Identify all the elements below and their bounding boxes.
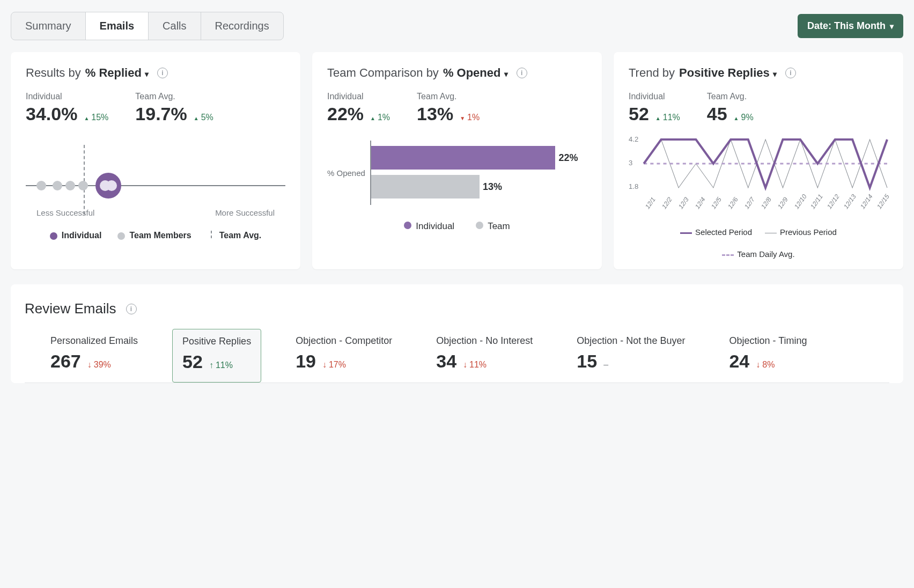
card2-team-value: 13% bbox=[417, 104, 453, 124]
card1-legend: Individual Team Members Team Avg. bbox=[26, 231, 285, 240]
stat-tab-value: 52 bbox=[182, 351, 203, 372]
stat-tab-2[interactable]: Objection - Competitor1917% bbox=[286, 329, 402, 383]
stat-tab-value: 15 bbox=[577, 351, 597, 372]
card2-individual-delta: 1% bbox=[370, 113, 390, 122]
chevron-down-icon: ▾ bbox=[773, 70, 777, 78]
card1-metric-dropdown[interactable]: % Replied ▾ bbox=[85, 66, 149, 80]
chevron-down-icon: ▾ bbox=[890, 22, 894, 31]
card3-metric-dropdown[interactable]: Positive Replies ▾ bbox=[679, 66, 777, 80]
card1-team-delta: 5% bbox=[194, 113, 213, 122]
stat-tab-label: Objection - No Interest bbox=[436, 335, 533, 347]
review-stat-tabs: Personalized Emails26739%Positive Replie… bbox=[25, 320, 889, 383]
stat-tab-5[interactable]: Objection - Timing248% bbox=[719, 329, 816, 383]
tab-summary[interactable]: Summary bbox=[11, 12, 86, 40]
card1-individual-delta: 15% bbox=[84, 113, 108, 122]
stat-tab-delta: 8% bbox=[756, 360, 775, 370]
card2-legend: Individual Team bbox=[327, 221, 587, 232]
svg-text:3: 3 bbox=[629, 159, 632, 167]
stat-tab-delta: 17% bbox=[322, 360, 346, 370]
date-range-label: Date: This Month bbox=[807, 20, 886, 32]
stat-tab-value: 34 bbox=[436, 351, 456, 372]
info-icon[interactable]: i bbox=[157, 68, 168, 78]
tab-emails[interactable]: Emails bbox=[86, 12, 149, 40]
info-icon[interactable]: i bbox=[517, 68, 527, 78]
card-trend: Trend by Positive Replies ▾ i Individual… bbox=[614, 52, 903, 269]
tab-calls[interactable]: Calls bbox=[149, 12, 201, 40]
card3-prefix: Trend by bbox=[629, 66, 675, 80]
stat-tab-value: 24 bbox=[729, 351, 749, 372]
trend-line-chart: 4.2 3 1.8 bbox=[629, 134, 888, 204]
card1-team-label: Team Avg. bbox=[135, 92, 213, 101]
stat-tab-delta: – bbox=[603, 360, 608, 370]
card3-individual-delta: 11% bbox=[655, 113, 680, 122]
main-tabs: Summary Emails Calls Recordings bbox=[11, 12, 284, 40]
card2-team-delta: 1% bbox=[460, 113, 480, 122]
stat-tab-value: 267 bbox=[50, 351, 81, 372]
card3-individual-value: 52 bbox=[629, 104, 649, 124]
info-icon[interactable]: i bbox=[785, 68, 796, 78]
card1-individual-label: Individual bbox=[26, 92, 108, 101]
review-heading: Review Emails bbox=[25, 300, 116, 317]
axis-left-label: Less Successful bbox=[36, 208, 94, 217]
card2-metric-dropdown[interactable]: % Opened ▾ bbox=[443, 66, 508, 80]
card-team-comparison: Team Comparison by % Opened ▾ i Individu… bbox=[312, 52, 602, 269]
axis-right-label: More Successful bbox=[215, 208, 275, 217]
stat-tab-value: 19 bbox=[296, 351, 316, 372]
card-results-by: Results by % Replied ▾ i Individual 34.0… bbox=[11, 52, 300, 269]
stat-tab-delta: 39% bbox=[87, 360, 111, 370]
tab-recordings[interactable]: Recordings bbox=[201, 12, 283, 40]
review-emails-section: Review Emails i Personalized Emails26739… bbox=[11, 284, 903, 383]
stat-tab-label: Personalized Emails bbox=[50, 335, 138, 347]
card1-prefix: Results by bbox=[26, 66, 81, 80]
stat-tab-label: Objection - Competitor bbox=[296, 335, 392, 347]
stat-tab-1[interactable]: Positive Replies5211% bbox=[172, 329, 261, 383]
info-icon[interactable]: i bbox=[126, 304, 137, 314]
card1-individual-value: 34.0% bbox=[26, 104, 77, 124]
team-comparison-chart: 22% 13% bbox=[370, 141, 587, 205]
card3-team-value: 45 bbox=[707, 104, 727, 124]
stat-tab-delta: 11% bbox=[209, 361, 233, 370]
svg-text:4.2: 4.2 bbox=[629, 135, 638, 143]
card3-legend: Selected Period Previous Period Team Dai… bbox=[629, 227, 888, 259]
date-range-button[interactable]: Date: This Month ▾ bbox=[798, 14, 903, 38]
stat-tab-label: Positive Replies bbox=[182, 336, 251, 347]
stat-tab-label: Objection - Not the Buyer bbox=[577, 335, 685, 347]
stat-tab-delta: 11% bbox=[463, 360, 487, 370]
card2-individual-value: 22% bbox=[327, 104, 364, 124]
card3-team-delta: 9% bbox=[734, 113, 754, 122]
card1-team-value: 19.7% bbox=[135, 104, 187, 124]
results-dotplot: Less Successful More Successful bbox=[26, 139, 285, 225]
stat-tab-3[interactable]: Objection - No Interest3411% bbox=[426, 329, 542, 383]
card2-ylabel: % Opened bbox=[327, 168, 370, 178]
chevron-down-icon: ▾ bbox=[145, 70, 149, 78]
svg-text:1.8: 1.8 bbox=[629, 182, 638, 190]
chevron-down-icon: ▾ bbox=[504, 70, 508, 78]
stat-tab-label: Objection - Timing bbox=[729, 335, 807, 347]
stat-tab-0[interactable]: Personalized Emails26739% bbox=[41, 329, 148, 383]
trend-x-ticks: 12/112/212/312/412/512/612/712/812/912/1… bbox=[629, 206, 888, 214]
card2-prefix: Team Comparison by bbox=[327, 66, 439, 80]
stat-tab-4[interactable]: Objection - Not the Buyer15– bbox=[567, 329, 695, 383]
